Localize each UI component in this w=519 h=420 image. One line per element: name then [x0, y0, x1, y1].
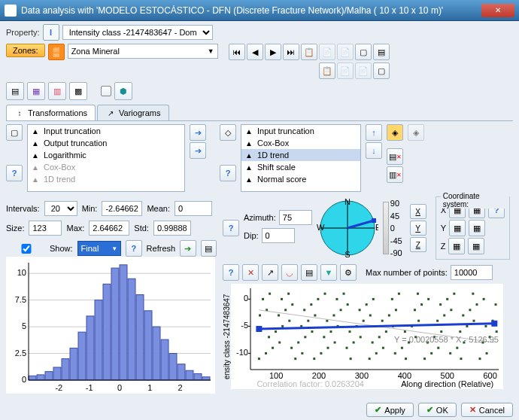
svg-rect-80 [472, 293, 474, 295]
zone-icon: ▒ [48, 44, 65, 60]
svg-rect-26 [120, 265, 127, 380]
maxpts-field[interactable] [451, 265, 493, 280]
nav-next-button[interactable]: ▶ [265, 44, 281, 60]
export-hist-button[interactable]: ▤ [201, 240, 217, 257]
max-field[interactable] [89, 221, 129, 236]
nav-first-button[interactable]: ⏮ [229, 44, 245, 60]
azimuth-field[interactable] [279, 210, 312, 225]
list-item[interactable]: ▲1D trend [241, 149, 360, 161]
delete-one-button[interactable]: ▤✕ [387, 148, 403, 165]
settings-button[interactable]: ⚙ [340, 264, 357, 281]
zones-select[interactable]: Zona Mineral ▼ [68, 44, 218, 59]
list-item[interactable]: ▲1D trend [28, 173, 184, 185]
svg-rect-121 [443, 315, 445, 317]
list-item[interactable]: ▲Logarithmic [28, 149, 184, 161]
tool-newset-button[interactable]: ▤ [373, 44, 390, 60]
tab-transformations[interactable]: ↕ Transformations [6, 105, 96, 120]
svg-rect-133 [475, 303, 478, 306]
app-action-2[interactable]: ▦ [27, 82, 45, 100]
tool-copy-button[interactable]: 📋 [301, 44, 317, 60]
delete-all-button[interactable]: ▥✕ [387, 166, 403, 183]
export-button[interactable]: ▤ [301, 264, 317, 281]
list-item[interactable]: ▲Output truncation [28, 137, 184, 149]
applied-transforms-list[interactable]: ▲Input truncation▲Cox-Box▲1D trend▲Shift… [241, 124, 361, 192]
svg-rect-29 [144, 311, 152, 380]
right-expand-button[interactable]: ◇ [220, 124, 236, 141]
axis-y-button[interactable]: Y [410, 221, 426, 236]
svg-rect-107 [366, 303, 368, 306]
help-button-6[interactable]: ? [223, 264, 239, 281]
add-transform-button[interactable]: ➔ [190, 124, 206, 141]
compass-widget[interactable]: N S E W [317, 197, 378, 259]
apply-button[interactable]: ✔Apply [366, 403, 414, 417]
list-item[interactable]: ▲Input truncation [241, 125, 360, 137]
list-item[interactable]: ▲Cox-Box [241, 137, 360, 149]
list-item[interactable]: ▲Cox-Box [28, 161, 184, 173]
coord-legend: Coordinate system: [441, 192, 509, 208]
tool-new-button[interactable]: ▢ [355, 44, 372, 60]
svg-rect-93 [287, 293, 290, 295]
mean-field[interactable] [175, 201, 212, 216]
show-mode-select[interactable]: Final▼ [77, 241, 122, 256]
app-action-4[interactable]: ▩ [69, 82, 87, 100]
z-grid1[interactable]: ▦ [448, 238, 465, 254]
auto-button[interactable]: ◈ [387, 124, 403, 141]
available-transforms-list[interactable]: ▲Input truncation▲Output truncation▲Loga… [27, 124, 185, 192]
refresh-button[interactable]: ➔ [180, 240, 196, 257]
tool-new2-button[interactable]: ▢ [373, 62, 390, 79]
transform-icon: ↕ [14, 108, 25, 118]
lasso-button[interactable]: ◡ [281, 264, 298, 281]
app-action-5[interactable]: ⬢ [114, 82, 132, 100]
show-check[interactable]: Show: [6, 244, 73, 254]
help-button-2[interactable]: ? [220, 165, 236, 181]
size-field[interactable] [29, 221, 62, 236]
svg-rect-32 [169, 354, 177, 380]
tab-variograms[interactable]: ↗ Variograms [97, 105, 168, 120]
svg-rect-63 [326, 320, 328, 322]
std-field[interactable] [153, 221, 191, 236]
azimuth-label: Azimuth: [244, 213, 276, 222]
svg-rect-98 [401, 347, 403, 349]
help-button-3[interactable]: ? [126, 240, 141, 257]
nav-prev-button[interactable]: ◀ [247, 44, 263, 60]
move-down-button[interactable]: ↓ [366, 142, 382, 159]
list-item[interactable]: ▲Shift scale [241, 161, 360, 173]
svg-rect-118 [375, 352, 378, 355]
svg-rect-124 [272, 347, 274, 349]
ok-button[interactable]: ✔OK [418, 403, 457, 417]
nav-last-button[interactable]: ⏭ [283, 44, 299, 60]
delete-points-button[interactable]: ✕ [242, 264, 259, 281]
svg-text:N: N [344, 197, 351, 206]
axis-z-button[interactable]: Z [410, 237, 426, 252]
min-field[interactable] [102, 201, 142, 216]
svg-rect-127 [340, 309, 342, 311]
app-checkbox[interactable] [101, 86, 111, 96]
filter-button[interactable]: ▼ [320, 264, 337, 281]
svg-text:5: 5 [22, 321, 26, 330]
add-transform-arrow[interactable]: ➔ [190, 142, 206, 159]
dip-field[interactable] [262, 228, 295, 243]
help-button-1[interactable]: ? [6, 165, 23, 181]
tool-copy2-button[interactable]: 📋 [319, 62, 335, 79]
left-new-button[interactable]: ▢ [6, 124, 23, 141]
cancel-button[interactable]: ✕Cancel [461, 403, 513, 417]
list-item[interactable]: ▲Input truncation [28, 125, 184, 137]
svg-rect-139 [372, 298, 375, 300]
z-grid2[interactable]: ▦ [468, 238, 484, 254]
close-button[interactable]: ✕ [481, 4, 514, 17]
help-button-4[interactable]: ? [223, 220, 239, 236]
svg-rect-81 [495, 303, 497, 306]
axis-x-button[interactable]: X [410, 204, 426, 219]
y-grid1[interactable]: ▦ [449, 220, 466, 236]
intervals-select[interactable]: 20 [44, 201, 77, 216]
property-select[interactable]: Intensity class -2147483647 - Dom [62, 25, 213, 40]
scatter-chart: -10-50100200300400500600Y = 0.0020558 * … [231, 284, 503, 389]
app-action-3[interactable]: ▥ [48, 82, 66, 100]
move-up-button[interactable]: ↑ [366, 124, 382, 141]
y-grid2[interactable]: ▦ [469, 220, 485, 236]
app-action-1[interactable]: ▤ [6, 82, 24, 100]
svg-rect-70 [484, 325, 487, 327]
list-item[interactable]: ▲Normal score [241, 173, 360, 185]
dip-slider[interactable] [383, 202, 389, 254]
fit-button[interactable]: ↗ [262, 264, 278, 281]
